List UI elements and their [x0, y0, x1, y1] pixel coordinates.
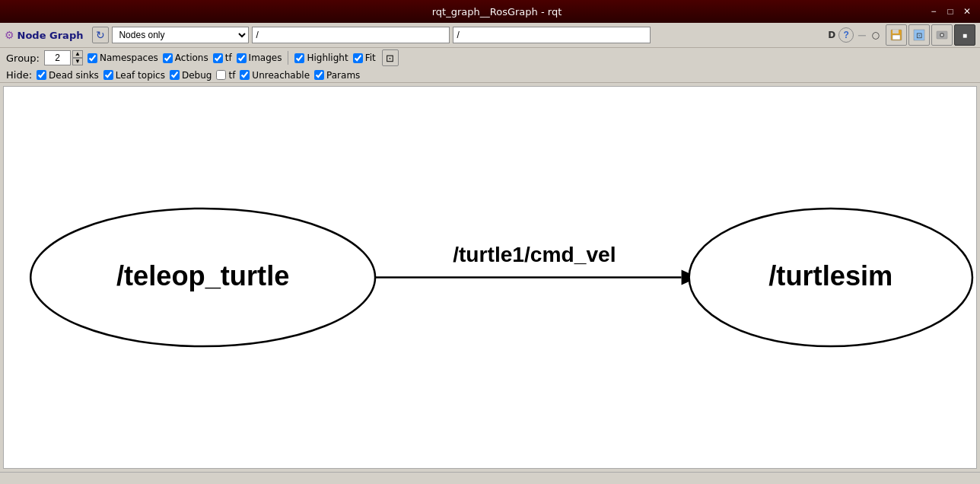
- tf-hide-checkbox[interactable]: [216, 70, 226, 80]
- minimize-button[interactable]: −: [927, 5, 940, 18]
- filter2-input[interactable]: [453, 27, 651, 43]
- node-graph-title: Node Graph: [18, 30, 84, 41]
- spinbox-arrows: ▲ ▼: [72, 50, 83, 65]
- hide-row: Hide: Dead sinks Leaf topics Debug tf Un…: [0, 68, 980, 83]
- tf-options-checkbox[interactable]: [213, 53, 223, 63]
- svg-rect-1: [892, 30, 899, 33]
- svg-text:⊡: ⊡: [916, 31, 922, 40]
- refresh-button[interactable]: ↻: [92, 27, 109, 43]
- display-mode-dropdown[interactable]: Nodes only Nodes/Topics (all) Nodes/Topi…: [112, 27, 249, 43]
- unreachable-checkbox-label[interactable]: Unreachable: [240, 70, 310, 81]
- actions-label: Actions: [175, 53, 208, 63]
- params-label: Params: [326, 70, 360, 81]
- fit-checkbox-label[interactable]: Fit: [353, 53, 376, 63]
- dead-sinks-label: Dead sinks: [49, 70, 99, 81]
- separator2: ○: [872, 30, 880, 40]
- images-checkbox-label[interactable]: Images: [237, 53, 282, 63]
- fit-label: Fit: [365, 53, 376, 63]
- tf-hide-label: tf: [228, 70, 235, 81]
- tf-options-label: tf: [225, 53, 232, 63]
- tf-hide-checkbox-label[interactable]: tf: [216, 70, 235, 81]
- dead-sinks-checkbox[interactable]: [37, 70, 46, 80]
- separator1: −: [857, 28, 867, 43]
- leaf-topics-checkbox[interactable]: [103, 70, 113, 80]
- namespaces-label: Namespaces: [100, 53, 158, 63]
- leaf-topics-checkbox-label[interactable]: Leaf topics: [103, 70, 165, 81]
- window-controls: − □ ✕: [927, 5, 974, 18]
- tf-options-checkbox-label[interactable]: tf: [213, 53, 232, 63]
- graph-canvas[interactable]: /teleop_turtle /turtle1/cmd_vel /turtles…: [3, 86, 977, 469]
- node-teleop-turtle-label: /teleop_turtle: [116, 260, 289, 291]
- edge-label: /turtle1/cmd_vel: [453, 242, 616, 266]
- fit-checkbox[interactable]: [353, 53, 363, 63]
- actions-checkbox[interactable]: [163, 53, 173, 63]
- options-row: Group: ▲ ▼ Namespaces Actions tf Images: [0, 48, 980, 68]
- title-bar: rqt_graph__RosGraph - rqt − □ ✕: [0, 0, 980, 23]
- spinbox-up[interactable]: ▲: [72, 50, 83, 58]
- scrollbar-area[interactable]: [0, 472, 980, 484]
- images-label: Images: [249, 53, 282, 63]
- highlight-label: Highlight: [307, 53, 348, 63]
- filter1-input[interactable]: [252, 27, 450, 43]
- group-spinbox: ▲ ▼: [44, 50, 83, 65]
- debug-checkbox[interactable]: [170, 70, 180, 80]
- maximize-button[interactable]: □: [943, 5, 957, 18]
- unreachable-checkbox[interactable]: [240, 70, 250, 80]
- save-graph-button[interactable]: [886, 24, 907, 46]
- params-checkbox[interactable]: [314, 70, 324, 80]
- window-title: rqt_graph__RosGraph - rqt: [67, 6, 927, 18]
- plugin-icon: D: [828, 30, 835, 40]
- group-label: Group:: [6, 53, 40, 64]
- close-graph-button[interactable]: ■: [954, 24, 975, 46]
- fit-icon-button[interactable]: ⊡: [382, 49, 399, 66]
- unreachable-label: Unreachable: [252, 70, 310, 81]
- window-body: ⚙ Node Graph ↻ Nodes only Nodes/Topics (…: [0, 23, 980, 484]
- highlight-checkbox[interactable]: [294, 53, 304, 63]
- debug-checkbox-label[interactable]: Debug: [170, 70, 212, 81]
- close-button[interactable]: ✕: [960, 5, 974, 18]
- top-right-controls: D ? − ○ ⊡ ■: [828, 24, 975, 46]
- help-button[interactable]: ?: [838, 27, 854, 43]
- spinbox-down[interactable]: ▼: [72, 58, 83, 65]
- node-graph-section-icon: ⚙: [5, 29, 14, 41]
- leaf-topics-label: Leaf topics: [116, 70, 165, 81]
- debug-label: Debug: [182, 70, 212, 81]
- highlight-checkbox-label[interactable]: Highlight: [294, 53, 348, 63]
- hide-label: Hide:: [6, 69, 32, 81]
- namespaces-checkbox-label[interactable]: Namespaces: [88, 53, 158, 63]
- fit-graph-button[interactable]: ⊡: [908, 24, 930, 46]
- dead-sinks-checkbox-label[interactable]: Dead sinks: [37, 70, 99, 81]
- params-checkbox-label[interactable]: Params: [314, 70, 360, 81]
- node-turtlesim-label: /turtlesim: [768, 260, 892, 291]
- graph-svg: /teleop_turtle /turtle1/cmd_vel /turtles…: [4, 87, 976, 468]
- images-checkbox[interactable]: [237, 53, 247, 63]
- svg-point-7: [941, 34, 943, 37]
- group-input[interactable]: [44, 50, 71, 65]
- node-graph-header: ⚙ Node Graph ↻ Nodes only Nodes/Topics (…: [0, 23, 980, 48]
- svg-rect-2: [892, 35, 900, 40]
- separator-options: [288, 51, 288, 65]
- namespaces-checkbox[interactable]: [88, 53, 97, 63]
- screenshot-button[interactable]: [931, 24, 953, 46]
- actions-checkbox-label[interactable]: Actions: [163, 53, 208, 63]
